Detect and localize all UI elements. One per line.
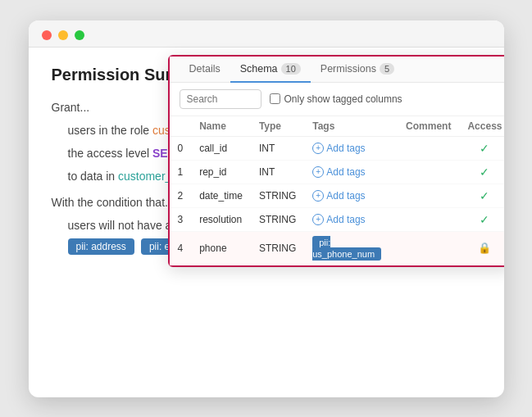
row-tags[interactable]: + Add tags bbox=[304, 184, 398, 207]
row-tags[interactable]: + Add tags bbox=[304, 207, 398, 231]
row-access: ✓ bbox=[459, 136, 503, 160]
add-tags-link[interactable]: + Add tags bbox=[312, 143, 389, 154]
search-input[interactable] bbox=[180, 89, 261, 109]
row-index: 2 bbox=[170, 184, 192, 207]
row-access: ✓ bbox=[459, 184, 503, 207]
plus-icon: + bbox=[312, 214, 324, 225]
plus-icon: + bbox=[312, 143, 324, 154]
table-row: 0 call_id INT + Add tags ✓ bbox=[170, 136, 504, 160]
row-comment bbox=[398, 184, 459, 207]
role-prefix: users in the role bbox=[68, 124, 153, 137]
check-icon: ✓ bbox=[480, 142, 489, 155]
check-icon: ✓ bbox=[480, 189, 489, 202]
only-tagged-label[interactable]: Only show tagged columns bbox=[270, 93, 402, 105]
col-header-comment: Comment bbox=[398, 116, 459, 137]
titlebar bbox=[29, 20, 504, 48]
schema-table: Name Type Tags Comment Access 0 call_id … bbox=[170, 116, 504, 265]
col-header-type: Type bbox=[251, 116, 304, 137]
plus-icon: + bbox=[312, 190, 324, 202]
row-name: phone bbox=[191, 231, 251, 265]
tag-address: pii: address bbox=[68, 238, 134, 255]
tab-permissions[interactable]: Permissions 5 bbox=[311, 57, 404, 83]
row-name: date_time bbox=[191, 184, 251, 207]
row-comment bbox=[398, 160, 459, 184]
row-type: INT bbox=[251, 160, 304, 184]
only-tagged-text: Only show tagged columns bbox=[284, 93, 402, 105]
close-dot[interactable] bbox=[42, 30, 52, 40]
main-content: Permission Summary </> View as SQL Grant… bbox=[29, 48, 504, 255]
access-prefix: the access level bbox=[68, 147, 153, 160]
table-row: 2 date_time STRING + Add tags ✓ bbox=[170, 184, 504, 207]
lock-icon: 🔒 bbox=[478, 242, 491, 254]
add-tags-link[interactable]: + Add tags bbox=[312, 166, 389, 178]
schema-panel: Details Schema 10 Permissions 5 Only sho… bbox=[168, 55, 504, 267]
row-type: STRING bbox=[251, 184, 304, 207]
row-index: 0 bbox=[170, 136, 192, 160]
row-type: STRING bbox=[251, 207, 304, 231]
col-header-access: Access bbox=[459, 116, 503, 137]
maximize-dot[interactable] bbox=[75, 30, 84, 40]
tab-details[interactable]: Details bbox=[180, 57, 230, 83]
row-name: rep_id bbox=[191, 160, 251, 184]
col-header-name: Name bbox=[191, 116, 251, 137]
row-tags[interactable]: + Add tags bbox=[304, 136, 398, 160]
row-comment bbox=[398, 207, 459, 231]
table-row: 1 rep_id INT + Add tags ✓ bbox=[170, 160, 504, 184]
row-name: resolution bbox=[191, 207, 251, 231]
row-tags: pii: us_phone_num bbox=[304, 231, 398, 265]
add-tags-link[interactable]: + Add tags bbox=[312, 190, 389, 202]
schema-count: 10 bbox=[281, 63, 301, 75]
data-prefix: to data in bbox=[68, 170, 119, 183]
row-index: 3 bbox=[170, 207, 192, 231]
row-access: ✓ bbox=[459, 207, 503, 231]
tab-schema[interactable]: Schema 10 bbox=[230, 57, 311, 83]
check-icon: ✓ bbox=[480, 213, 489, 226]
row-access: ✓ bbox=[459, 160, 503, 184]
app-window: Permission Summary </> View as SQL Grant… bbox=[29, 20, 504, 397]
row-index: 4 bbox=[170, 231, 192, 265]
table-row: 3 resolution STRING + Add tags ✓ bbox=[170, 207, 504, 231]
row-index: 1 bbox=[170, 160, 192, 184]
panel-tabs: Details Schema 10 Permissions 5 bbox=[170, 57, 504, 83]
only-tagged-checkbox[interactable] bbox=[270, 93, 280, 104]
col-header-index bbox=[170, 116, 192, 137]
row-comment bbox=[398, 231, 459, 265]
permissions-count: 5 bbox=[380, 63, 394, 75]
row-access: 🔒 bbox=[459, 231, 503, 265]
row-type: STRING bbox=[251, 231, 304, 265]
row-comment bbox=[398, 136, 459, 160]
col-header-tags: Tags bbox=[304, 116, 398, 137]
check-icon: ✓ bbox=[480, 165, 489, 179]
panel-toolbar: Only show tagged columns bbox=[170, 83, 504, 116]
plus-icon: + bbox=[312, 166, 324, 178]
row-type: INT bbox=[251, 136, 304, 160]
row-tag-pill: pii: us_phone_num bbox=[312, 236, 381, 261]
add-tags-link[interactable]: + Add tags bbox=[312, 214, 389, 225]
table-header-row: Name Type Tags Comment Access bbox=[170, 116, 504, 137]
minimize-dot[interactable] bbox=[58, 30, 68, 40]
table-row-highlighted: 4 phone STRING pii: us_phone_num 🔒 bbox=[170, 231, 504, 265]
row-tags[interactable]: + Add tags bbox=[304, 160, 398, 184]
row-name: call_id bbox=[191, 136, 251, 160]
